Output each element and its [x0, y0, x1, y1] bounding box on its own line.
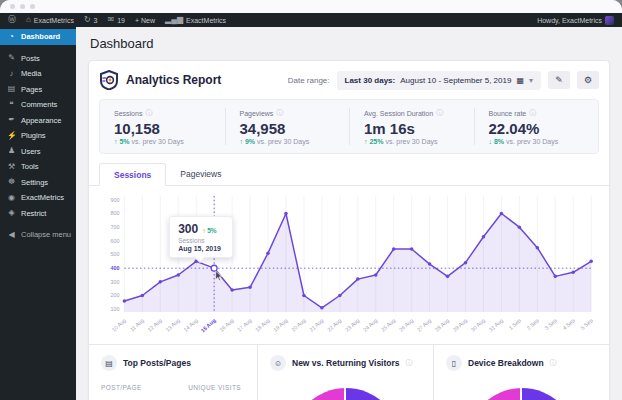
svg-text:18 Aug: 18 Aug [254, 317, 270, 333]
posts-icon: ✎ [7, 54, 16, 62]
avatar [605, 16, 614, 25]
appearance-icon: ✒ [7, 116, 16, 124]
home-icon: ⌂ [26, 16, 31, 24]
device-breakdown-widget: ▯ Device Breakdown ⓘ [433, 345, 609, 400]
exactmetrics-adminbar-menu[interactable]: ▂▄▆ExactMetrics [165, 16, 226, 24]
analytics-report-card: Analytics Report Date range: Last 30 day… [88, 60, 610, 400]
report-settings-button[interactable]: ⚙ [577, 71, 599, 89]
svg-text:30 Aug: 30 Aug [470, 317, 486, 333]
info-icon[interactable]: ⓘ [406, 358, 413, 368]
svg-text:15 Aug: 15 Aug [200, 317, 217, 333]
svg-text:900: 900 [111, 197, 120, 203]
sidebar-item-exactmetrics[interactable]: ◉ExactMetrics [0, 190, 76, 206]
svg-text:29 Aug: 29 Aug [452, 317, 468, 333]
svg-text:200: 200 [111, 292, 120, 298]
sidebar-item-plugins[interactable]: ⚡Plugins [0, 128, 76, 144]
sidebar-item-settings[interactable]: ☸Settings [0, 175, 76, 191]
comments-menu[interactable]: ✉19 [108, 16, 126, 24]
lock-icon: ◈ [7, 209, 16, 217]
sidebar-item-comments[interactable]: ❝Comments [0, 97, 76, 113]
info-icon[interactable]: ⓘ [529, 108, 536, 118]
svg-text:13 Aug: 13 Aug [164, 317, 180, 333]
svg-text:14 Aug: 14 Aug [182, 317, 198, 333]
info-icon[interactable]: ⓘ [145, 108, 152, 118]
svg-text:4 Sep: 4 Sep [561, 317, 575, 331]
sidebar-item-appearance[interactable]: ✒Appearance [0, 113, 76, 129]
svg-text:400: 400 [111, 265, 120, 271]
window-dot[interactable] [20, 4, 25, 9]
sidebar-item-restrict[interactable]: ◈Restrict [0, 206, 76, 222]
gear-icon: ⚙ [584, 75, 592, 85]
sessions-chart-svg: 10020030040050060070080090010 Aug11 Aug1… [99, 192, 599, 340]
window-dot[interactable] [10, 4, 15, 9]
svg-text:26 Aug: 26 Aug [398, 317, 414, 333]
svg-text:10 Aug: 10 Aug [111, 317, 127, 333]
site-name-menu[interactable]: ⌂ExactMetrics [26, 16, 74, 24]
edit-report-button[interactable]: ✎ [548, 71, 570, 89]
plugins-icon: ⚡ [7, 132, 16, 140]
collapse-icon: ◀ [7, 231, 16, 239]
svg-text:31 Aug: 31 Aug [488, 317, 504, 333]
visitors-donut-chart [291, 388, 401, 400]
info-icon[interactable]: ⓘ [276, 108, 283, 118]
svg-text:21 Aug: 21 Aug [308, 317, 324, 333]
svg-text:5 Sep: 5 Sep [579, 317, 593, 331]
column-header-post-page: POST/PAGE [101, 384, 142, 391]
account-menu[interactable]: Howdy, ExactMetrics [537, 16, 614, 25]
device-icon: ▯ [446, 355, 462, 371]
sidebar-item-media[interactable]: ♪Media [0, 66, 76, 82]
svg-text:23 Aug: 23 Aug [344, 317, 360, 333]
sidebar-item-tools[interactable]: ⚒Tools [0, 159, 76, 175]
window-dot[interactable] [30, 4, 35, 9]
new-vs-returning-widget: ☺ New vs. Returning Visitors ⓘ [257, 345, 433, 400]
svg-text:25 Aug: 25 Aug [380, 317, 396, 333]
svg-text:3 Sep: 3 Sep [543, 317, 557, 331]
sidebar-item-pages[interactable]: ▤Pages [0, 82, 76, 98]
wordpress-logo-icon[interactable]: Ⓦ [8, 16, 16, 24]
date-range-picker[interactable]: Last 30 days: August 10 - September 5, 2… [337, 71, 541, 90]
svg-text:700: 700 [111, 224, 120, 230]
calendar-icon: ▦ [516, 76, 524, 85]
document-icon: ▤ [101, 355, 117, 371]
stat-sessions: Sessionsⓘ 10,158 ↑ 5% vs. prev 30 Days [100, 108, 225, 145]
sidebar-item-users[interactable]: ♟Users [0, 144, 76, 160]
svg-text:300: 300 [111, 279, 120, 285]
updates-menu[interactable]: ↻3 [84, 16, 98, 24]
browser-window: Ⓦ ⌂ExactMetrics ↻3 ✉19 + New ▂▄▆ExactMet… [0, 0, 622, 400]
svg-text:28 Aug: 28 Aug [434, 317, 450, 333]
pencil-icon: ✎ [555, 75, 563, 85]
sessions-line-chart[interactable]: 10020030040050060070080090010 Aug11 Aug1… [99, 192, 599, 340]
report-widgets-row: ▤ Top Posts/Pages POST/PAGE UNIQUE VISIT… [89, 344, 609, 400]
svg-text:24 Aug: 24 Aug [362, 317, 378, 333]
pages-icon: ▤ [7, 85, 16, 93]
svg-text:2 Sep: 2 Sep [526, 317, 540, 331]
report-title: Analytics Report [126, 73, 221, 87]
new-content-menu[interactable]: + New [135, 17, 155, 24]
sidebar-item-dashboard[interactable]: ◔Dashboard [0, 29, 76, 45]
admin-content-area: Dashboard Analytics Report Date range: L… [76, 27, 622, 400]
exactmetrics-logo [99, 70, 119, 90]
dashboard-icon: ◔ [7, 33, 16, 41]
chart-tooltip: 300 ↑ 5% Sessions Aug 15, 2019 [169, 216, 233, 258]
tools-icon: ⚒ [7, 163, 16, 171]
window-titlebar [0, 0, 622, 13]
visitors-icon: ☺ [270, 355, 286, 371]
top-posts-pages-widget: ▤ Top Posts/Pages POST/PAGE UNIQUE VISIT… [89, 345, 257, 400]
tab-sessions[interactable]: Sessions [99, 163, 166, 186]
comment-icon: ❝ [7, 101, 16, 109]
bar-chart-icon: ▂▄▆ [165, 16, 183, 24]
sidebar-item-posts[interactable]: ✎Posts [0, 51, 76, 67]
info-icon[interactable]: ⓘ [550, 358, 557, 368]
stat-pageviews: Pageviewsⓘ 34,958 ↑ 9% vs. prev 30 Days [225, 108, 350, 145]
svg-text:100: 100 [111, 306, 120, 312]
tab-pageviews[interactable]: Pageviews [166, 163, 235, 185]
users-icon: ♟ [7, 147, 16, 155]
svg-text:27 Aug: 27 Aug [416, 317, 432, 333]
svg-text:600: 600 [111, 238, 120, 244]
svg-text:20 Aug: 20 Aug [290, 317, 306, 333]
info-icon[interactable]: ⓘ [436, 108, 443, 118]
collapse-menu-button[interactable]: ◀Collapse menu [0, 227, 76, 243]
stat-avg-session-duration: Avg. Session Durationⓘ 1m 16s ↑ 25% vs. … [349, 108, 474, 145]
svg-text:16 Aug: 16 Aug [218, 317, 234, 333]
wp-sidebar-menu: ◔Dashboard ✎Posts ♪Media ▤Pages ❝Comment… [0, 27, 76, 400]
